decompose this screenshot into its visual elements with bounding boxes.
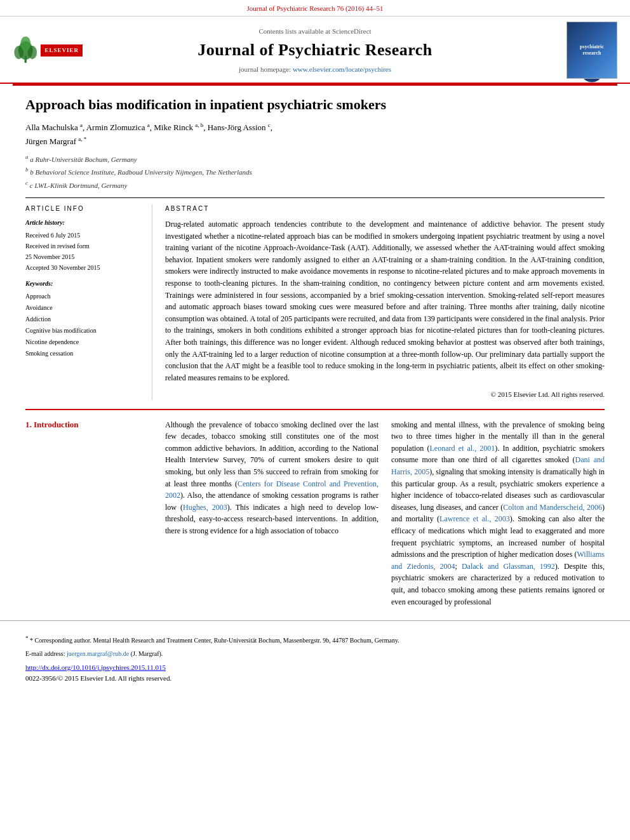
keyword-5: Nicotine dependence: [25, 338, 79, 345]
journal-title: Journal of Psychiatric Research: [83, 39, 547, 62]
abstract-heading: ABSTRACT: [165, 204, 605, 213]
elsevier-logo: ELSEVIER: [13, 34, 83, 66]
page: Journal of Psychiatric Research 76 (2016…: [0, 0, 630, 840]
affiliations: a a Ruhr-Universität Bochum, Germany b b…: [25, 152, 605, 191]
intro-paragraph-1: Although the prevalence of tobacco smoki…: [165, 419, 379, 537]
elsevier-tree-icon: [13, 34, 38, 66]
copyright-line: © 2015 Elsevier Ltd. All rights reserved…: [165, 390, 605, 399]
article-title-section: Approach bias modification in inpatient …: [0, 86, 630, 191]
intro-body-col2: smoking and mental illness, with the pre…: [391, 419, 605, 608]
affiliation-b: b Behavioral Science Institute, Radboud …: [30, 168, 252, 176]
sciencedirect-prefix: Contents lists available at ScienceDirec…: [258, 27, 371, 35]
footnote-email-label: E-mail address:: [25, 650, 65, 657]
footnote-corresponding: * * Corresponding author. Mental Health …: [25, 634, 605, 646]
svg-point-4: [20, 37, 30, 51]
journal-citation-bar: Journal of Psychiatric Research 76 (2016…: [0, 0, 630, 16]
ref-colton-2006[interactable]: Colton and Manderscheid, 2006: [503, 503, 602, 512]
affiliation-c: c LWL-Klinik Dortmund, Germany: [30, 181, 128, 189]
intro-section-number: 1. Introduction: [25, 419, 152, 430]
doi-line: http://dx.doi.org/10.1016/j.jpsychires.2…: [25, 663, 605, 672]
intro-body-col1: Although the prevalence of tobacco smoki…: [165, 419, 379, 608]
ref-lawrence-2003[interactable]: Lawrence et al., 2003: [439, 514, 510, 523]
homepage-prefix: journal homepage:: [239, 65, 291, 73]
intro-right-col: Although the prevalence of tobacco smoki…: [165, 419, 605, 608]
keywords-list: Approach Avoidance Addiction Cognitive b…: [25, 291, 142, 359]
intro-paragraph-2: smoking and mental illness, with the pre…: [391, 419, 605, 608]
article-info-heading: ARTICLE INFO: [25, 204, 142, 213]
sciencedirect-line: Contents lists available at ScienceDirec…: [83, 27, 547, 36]
keyword-4: Cognitive bias modification: [25, 327, 97, 334]
keyword-3: Addiction: [25, 316, 51, 323]
journal-homepage-line: journal homepage: www.elsevier.com/locat…: [83, 65, 547, 74]
doi-link[interactable]: http://dx.doi.org/10.1016/j.jpsychires.2…: [25, 663, 166, 671]
ref-dalack-1992[interactable]: Dalack and Glassman, 1992: [462, 562, 555, 571]
journal-thumb-text: psychiatricresearch: [580, 44, 604, 57]
elsevier-label: ELSEVIER: [38, 44, 83, 57]
keyword-1: Approach: [25, 293, 50, 300]
keyword-2: Avoidance: [25, 304, 53, 311]
intro-left-col: 1. Introduction: [25, 419, 152, 608]
abstract-text: Drug-related automatic approach tendenci…: [165, 218, 605, 383]
article-info-abstract: ARTICLE INFO Article history: Received 6…: [0, 204, 630, 400]
footnote-email: E-mail address: juergen.margraf@rub.de (…: [25, 649, 605, 659]
article-info-column: ARTICLE INFO Article history: Received 6…: [25, 204, 152, 400]
authors-line: Alla Machulska a, Armin Zlomuzica a, Mik…: [25, 121, 605, 149]
abstract-column: ABSTRACT Drug-related automatic approach…: [165, 204, 605, 400]
journal-thumbnail-area: psychiatricresearch: [547, 22, 617, 79]
received-date: Received 6 July 2015: [25, 232, 80, 239]
journal-thumbnail: psychiatricresearch: [566, 22, 617, 79]
ref-cdc-2002[interactable]: Centers for Disease Control and Preventi…: [165, 479, 379, 500]
keywords-label: Keywords:: [25, 279, 142, 288]
introduction-section: 1. Introduction Although the prevalence …: [0, 410, 630, 608]
homepage-link[interactable]: www.elsevier.com/locate/psychires: [293, 65, 391, 73]
issn-line: 0022-3956/© 2015 Elsevier Ltd. All right…: [25, 674, 605, 683]
journal-citation: Journal of Psychiatric Research 76 (2016…: [246, 4, 383, 12]
ref-dani-harris-2005[interactable]: Dani and Harris, 2005: [391, 455, 605, 476]
accepted-date: Accepted 30 November 2015: [25, 264, 100, 271]
article-dates: Received 6 July 2015 Received in revised…: [25, 230, 142, 273]
keyword-6: Smoking cessation: [25, 350, 73, 357]
article-history-label: Article history:: [25, 218, 142, 227]
received-revised-label: Received in revised form: [25, 243, 90, 250]
journal-title-area: Contents lists available at ScienceDirec…: [83, 27, 547, 74]
footer: * * Corresponding author. Mental Health …: [0, 620, 630, 690]
footnote-email-person: (J. Margraf).: [131, 650, 163, 657]
article-title: Approach bias modification in inpatient …: [25, 96, 605, 114]
intro-body-columns: Although the prevalence of tobacco smoki…: [165, 419, 605, 608]
article-divider: [25, 197, 605, 198]
received-revised-date: 25 November 2015: [25, 253, 74, 260]
journal-header: ELSEVIER Contents lists available at Sci…: [0, 16, 630, 84]
footnote-email-link[interactable]: juergen.margraf@rub.de: [67, 650, 129, 657]
elsevier-logo-area: ELSEVIER: [13, 34, 83, 66]
ref-hughes-2003[interactable]: Hughes, 2003: [183, 503, 227, 512]
ref-leonard-2001[interactable]: Leonard et al., 2001: [430, 444, 495, 453]
affiliation-a: a Ruhr-Universität Bochum, Germany: [30, 156, 137, 163]
